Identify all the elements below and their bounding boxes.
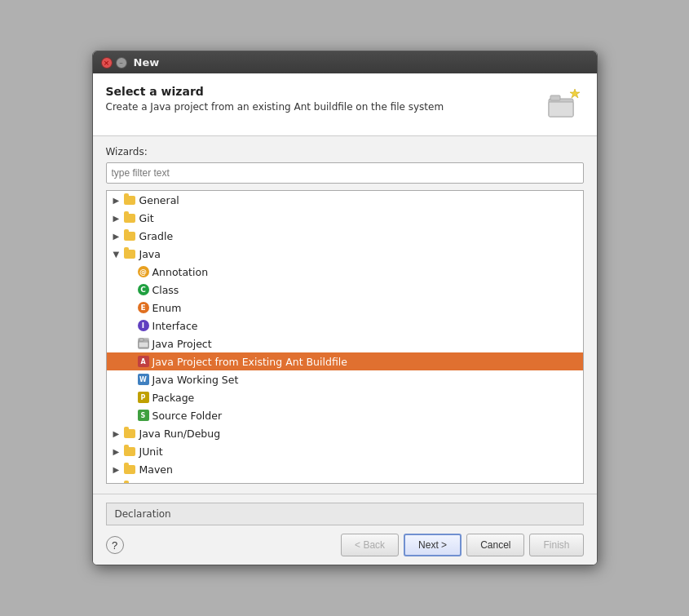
navigation-buttons: < Back Next > Cancel Finish (341, 534, 583, 556)
item-label: General (139, 194, 580, 206)
package-icon: P (138, 392, 149, 403)
folder-icon (123, 463, 136, 475)
tree-item-java-project-ant[interactable]: A Java Project from Existing Ant Buildfi… (107, 352, 583, 370)
tree-item-interface[interactable]: I Interface (107, 317, 583, 335)
item-label: Java Working Set (152, 374, 580, 386)
arrow-icon: ▶ (113, 232, 123, 241)
header-title: Select a wizard (106, 85, 444, 98)
arrow-icon: ▶ (113, 483, 123, 485)
body-section: Wizards: ▶ General ▶ Git (93, 136, 597, 494)
folder-icon (123, 445, 136, 457)
help-button[interactable]: ? (106, 536, 124, 554)
svg-rect-6 (139, 339, 144, 341)
declaration-label: Declaration (115, 508, 171, 520)
source-folder-icon: S (138, 410, 149, 421)
folder-icon (123, 230, 136, 242)
cancel-label: Cancel (480, 539, 510, 551)
svg-rect-1 (549, 102, 573, 117)
item-label: Enum (152, 302, 580, 314)
item-label: Source Folder (152, 410, 580, 422)
finish-button[interactable]: Finish (529, 534, 583, 556)
arrow-icon: ▶ (113, 429, 123, 438)
item-label: Java Run/Debug (139, 428, 580, 440)
wizard-image-icon (545, 87, 581, 123)
tree-item-gradle[interactable]: ▶ Gradle (107, 227, 583, 245)
item-label: Package (152, 392, 580, 404)
tree-item-package[interactable]: P Package (107, 388, 583, 406)
new-wizard-dialog: × – New Select a wizard Create a Java pr… (92, 51, 598, 565)
arrow-icon: ▶ (113, 214, 123, 223)
item-label: Maven (139, 463, 580, 476)
tree-item-enum[interactable]: E Enum (107, 299, 583, 317)
working-set-icon: W (138, 374, 149, 385)
close-icon: × (104, 59, 110, 67)
cancel-button[interactable]: Cancel (466, 534, 524, 556)
filter-row (106, 162, 584, 184)
item-label: Git (139, 212, 580, 224)
item-label: JUnit (139, 445, 580, 458)
item-label: Java Project (152, 338, 580, 350)
tree-item-annotation[interactable]: @ Annotation (107, 263, 583, 281)
java-project-icon (138, 338, 149, 349)
folder-icon-open (123, 248, 136, 259)
tree-item-maven[interactable]: ▶ Maven (107, 460, 583, 478)
minimize-icon: – (119, 59, 123, 67)
tree-item-class[interactable]: C Class (107, 281, 583, 299)
svg-rect-2 (550, 95, 560, 100)
annotation-icon: @ (138, 266, 149, 277)
tree-item-java-working-set[interactable]: W Java Working Set (107, 370, 583, 388)
item-label: Gradle (139, 230, 580, 242)
tree-item-java-project[interactable]: Java Project (107, 335, 583, 352)
header-section: Select a wizard Create a Java project fr… (93, 73, 597, 136)
tree-item-source-folder[interactable]: S Source Folder (107, 406, 583, 424)
enum-icon: E (138, 302, 149, 313)
close-button[interactable]: × (101, 57, 113, 69)
help-icon: ? (112, 539, 117, 552)
wizard-tree[interactable]: ▶ General ▶ Git ▶ (106, 190, 584, 484)
item-label: Java (139, 248, 580, 260)
tree-item-git[interactable]: ▶ Git (107, 209, 583, 227)
filter-input[interactable] (106, 162, 584, 184)
tree-item-java-run-debug[interactable]: ▶ Java Run/Debug (107, 424, 583, 442)
svg-marker-3 (570, 89, 580, 98)
wizards-label: Wizards: (106, 146, 584, 157)
class-icon: C (138, 284, 149, 295)
back-button[interactable]: < Back (341, 534, 399, 556)
button-row: ? < Back Next > Cancel Finish (106, 534, 584, 556)
folder-icon (123, 194, 136, 206)
next-button[interactable]: Next > (404, 534, 462, 556)
footer-section: Declaration ? < Back Next > Cancel Finis… (93, 494, 597, 565)
arrow-icon: ▶ (113, 465, 123, 474)
arrow-icon: ▼ (113, 250, 123, 259)
item-label: Interface (152, 320, 580, 332)
interface-icon: I (138, 320, 149, 331)
wizard-header-icon (543, 85, 584, 126)
tree-item-general[interactable]: ▶ General (107, 191, 583, 209)
item-label: Class (152, 284, 580, 296)
finish-label: Finish (543, 539, 569, 551)
header-description: Create a Java project from an existing A… (106, 101, 444, 113)
tree-item-java[interactable]: ▼ Java (107, 245, 583, 263)
header-text: Select a wizard Create a Java project fr… (106, 85, 444, 113)
ant-icon: A (138, 356, 149, 367)
folder-icon (123, 428, 136, 439)
dialog-title: New (134, 56, 589, 69)
folder-icon (123, 212, 136, 224)
folder-icon (123, 481, 136, 484)
declaration-bar: Declaration (106, 503, 584, 525)
title-bar-buttons: × – (101, 57, 127, 69)
arrow-icon: ▶ (113, 447, 123, 456)
next-label: Next > (418, 539, 447, 551)
arrow-icon: ▶ (113, 196, 123, 205)
tree-item-junit[interactable]: ▶ JUnit (107, 442, 583, 460)
svg-rect-5 (139, 342, 148, 348)
item-label: Oomph (139, 481, 580, 485)
item-label: Java Project from Existing Ant Buildfile (152, 356, 580, 368)
title-bar: × – New (93, 51, 597, 73)
back-label: < Back (355, 539, 385, 551)
minimize-button[interactable]: – (116, 57, 127, 69)
tree-item-oomph[interactable]: ▶ Oomph (107, 478, 583, 484)
item-label: Annotation (152, 266, 580, 278)
